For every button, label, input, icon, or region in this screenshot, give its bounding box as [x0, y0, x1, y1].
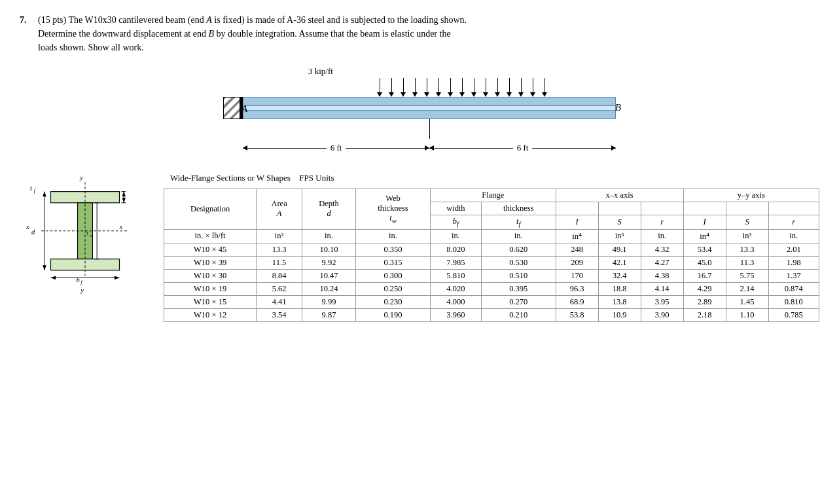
- th-web-sub: thickness: [359, 204, 427, 213]
- th-yy-I-sym: [683, 202, 726, 215]
- problem-points: (15 pts): [38, 15, 66, 25]
- table-cell: 13.3: [726, 243, 768, 256]
- th-unit-desig: in. × lb/ft: [164, 229, 257, 243]
- table-cell: 96.3: [556, 282, 598, 295]
- problem-text: (15 pts) The W10x30 cantilevered beam (e…: [38, 13, 819, 54]
- th-unit-yyr: in.: [768, 229, 819, 243]
- th-S2: S: [726, 215, 768, 230]
- load-label: 3 kip/ft: [308, 66, 333, 77]
- table-row: W10 × 3911.59.920.3157.9850.53020942.14.…: [164, 256, 819, 269]
- th-flange-thick: thickness: [481, 202, 556, 215]
- table-cell: 0.270: [481, 295, 556, 308]
- arrow-7: [444, 78, 456, 97]
- arrow-3: [397, 78, 409, 97]
- th-unit-xxI: in⁴: [556, 229, 598, 243]
- th-xx-I-sym: [556, 202, 598, 215]
- svg-text:x: x: [26, 223, 29, 230]
- bottom-section: t f y d x x t w b: [20, 173, 819, 322]
- header-row-1: Designation Area A Depth d Web thickness…: [164, 189, 819, 202]
- table-cell: 7.985: [430, 256, 481, 269]
- svg-text:w: w: [90, 233, 94, 238]
- svg-marker-19: [51, 276, 56, 280]
- dim-right-arrow-left: [429, 145, 434, 151]
- table-cell: W10 × 19: [164, 282, 257, 295]
- beam-diagram: 3 kip/ft A B: [223, 66, 616, 153]
- table-cell: 209: [556, 256, 598, 269]
- table-cell: W10 × 30: [164, 269, 257, 282]
- table-cell: 53.4: [683, 243, 726, 256]
- arrow-6: [433, 78, 444, 97]
- table-cell: 4.000: [430, 295, 481, 308]
- arrow-4: [409, 78, 421, 97]
- svg-text:t: t: [30, 185, 33, 192]
- table-cell: 1.45: [726, 295, 768, 308]
- th-bf-sym: bf: [430, 215, 481, 230]
- svg-marker-10: [43, 265, 46, 270]
- midpoint-divider: [429, 119, 430, 139]
- table-cell: 53.8: [556, 308, 598, 321]
- svg-text:x: x: [119, 223, 123, 230]
- table-cell: 2.89: [683, 295, 726, 308]
- table-title-text: Wide-Flange Sections or W Shapes: [170, 173, 291, 183]
- table-cell: 5.75: [726, 269, 768, 282]
- svg-rect-5: [51, 259, 120, 270]
- table-cell: 3.54: [257, 308, 302, 321]
- table-row: W10 × 308.8410.470.3005.8100.51017032.44…: [164, 269, 819, 282]
- arrow-1: [374, 78, 385, 97]
- table-container: Wide-Flange Sections or W Shapes FPS Uni…: [164, 173, 819, 322]
- table-cell: W10 × 12: [164, 308, 257, 321]
- th-area-sym: A: [277, 209, 282, 218]
- table-cell: 9.99: [302, 295, 355, 308]
- table-cell: 4.27: [641, 256, 683, 269]
- th-yy-r-sym: [768, 202, 819, 215]
- point-b-ref: B: [208, 29, 214, 39]
- table-cell: 0.230: [356, 295, 431, 308]
- table-cell: 0.350: [356, 243, 431, 256]
- table-cell: 4.29: [683, 282, 726, 295]
- arrow-10: [480, 78, 491, 97]
- problem-text-mid2: by double integration. Assume that the b…: [214, 29, 451, 39]
- table-cell: 0.810: [768, 295, 819, 308]
- th-xx-S-sym: [598, 202, 641, 215]
- fixed-wall: [223, 97, 243, 119]
- svg-marker-9: [43, 192, 46, 197]
- table-title: Wide-Flange Sections or W Shapes FPS Uni…: [164, 173, 819, 183]
- th-I2: I: [683, 215, 726, 230]
- th-xx-group: x–x axis: [556, 189, 683, 202]
- problem-text-mid1: is fixed) is made of A-36 steel and is s…: [212, 15, 467, 25]
- dim-right-label: 6 ft: [513, 143, 533, 153]
- table-cell: 5.62: [257, 282, 302, 295]
- point-a-label: A: [241, 103, 247, 115]
- table-cell: 0.315: [356, 256, 431, 269]
- table-cell: 0.874: [768, 282, 819, 295]
- dimensions-row: 6 ft 6 ft: [223, 143, 616, 153]
- table-cell: 4.41: [257, 295, 302, 308]
- th-unit-xxr: in.: [641, 229, 683, 243]
- table-cell: 1.98: [768, 256, 819, 269]
- problem-text-line1: The W10x30 cantilevered beam (end: [68, 15, 206, 25]
- midpoint-line-container: [223, 119, 616, 139]
- arrow-8: [456, 78, 468, 97]
- arrow-13: [515, 78, 527, 97]
- th-r1: r: [641, 215, 683, 230]
- arrow-15: [539, 78, 550, 97]
- table-cell: 170: [556, 269, 598, 282]
- table-cell: 0.395: [481, 282, 556, 295]
- dim-left-arrow-right: [425, 145, 429, 151]
- table-cell: 42.1: [598, 256, 641, 269]
- svg-text:f: f: [80, 279, 82, 285]
- wide-flange-table: Designation Area A Depth d Web thickness…: [164, 189, 819, 322]
- dim-left-half: 6 ft: [243, 143, 429, 153]
- table-cell: 10.9: [598, 308, 641, 321]
- beam-top-flange: [243, 97, 616, 106]
- svg-text:y: y: [79, 174, 83, 181]
- th-unit-depth: in.: [302, 229, 355, 243]
- th-unit-xxS: in³: [598, 229, 641, 243]
- table-cell: 1.37: [768, 269, 819, 282]
- arrows-row: [374, 78, 550, 97]
- svg-marker-20: [115, 276, 120, 280]
- table-cell: W10 × 39: [164, 256, 257, 269]
- th-unit-web: in.: [356, 229, 431, 243]
- point-a-ref: A: [206, 15, 212, 25]
- th-S1: S: [598, 215, 641, 230]
